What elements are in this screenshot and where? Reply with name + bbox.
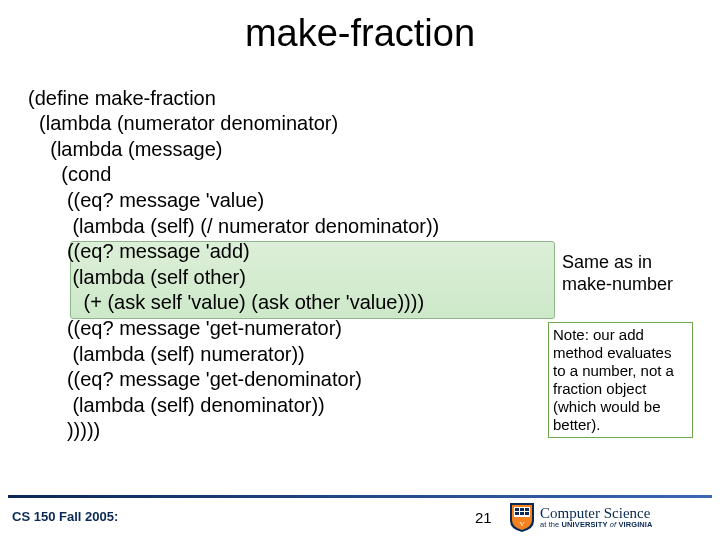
svg-text:V: V [519,520,524,528]
code-line: (lambda (self) numerator)) [28,343,305,365]
footer-course: CS 150 Fall 2005: [12,509,118,524]
code-line: (lambda (self) (/ numerator denominator)… [28,215,439,237]
logo-cs-text: Computer Science [540,506,653,521]
slide-title: make-fraction [0,12,720,55]
code-line: (cond [28,163,111,185]
svg-rect-4 [515,512,519,515]
code-line: ((eq? message 'value) [28,189,264,211]
logo-uva-text: at the UNIVERSITY of VIRGINIA [540,521,653,529]
annotation-line: Same as in [562,252,673,274]
svg-rect-6 [525,512,529,515]
note-box: Note: our add method evaluates to a numb… [548,322,693,438]
logo-uva-university: UNIVERSITY [562,520,608,529]
code-line: (lambda (self other) [28,266,246,288]
svg-rect-3 [525,508,529,511]
footer-divider [8,495,712,498]
code-line: (lambda (message) [28,138,223,160]
svg-rect-5 [520,512,524,515]
code-line: ((eq? message 'get-denominator) [28,368,362,390]
annotation-same-as: Same as in make-number [562,252,673,295]
code-line: ((eq? message 'add) [28,240,250,262]
svg-rect-1 [515,508,519,511]
uva-cs-logo: V Computer Science at the UNIVERSITY of … [508,501,653,533]
footer-page-number: 21 [475,509,492,526]
code-line: (lambda (self) denominator)) [28,394,325,416]
code-line: ))))) [28,419,100,441]
code-line: (lambda (numerator denominator) [28,112,338,134]
svg-rect-2 [520,508,524,511]
code-line: (define make-fraction [28,87,216,109]
logo-text: Computer Science at the UNIVERSITY of VI… [540,506,653,529]
code-line: ((eq? message 'get-numerator) [28,317,342,339]
code-block: (define make-fraction (lambda (numerator… [28,60,439,444]
logo-uva-virginia: VIRGINIA [618,520,652,529]
logo-uva-prefix: at the [540,520,562,529]
annotation-line: make-number [562,274,673,296]
code-line: (+ (ask self 'value) (ask other 'value))… [28,291,424,313]
shield-icon: V [508,501,536,533]
footer: CS 150 Fall 2005: 21 V Computer Science … [0,495,720,540]
logo-uva-of: of [608,520,619,529]
